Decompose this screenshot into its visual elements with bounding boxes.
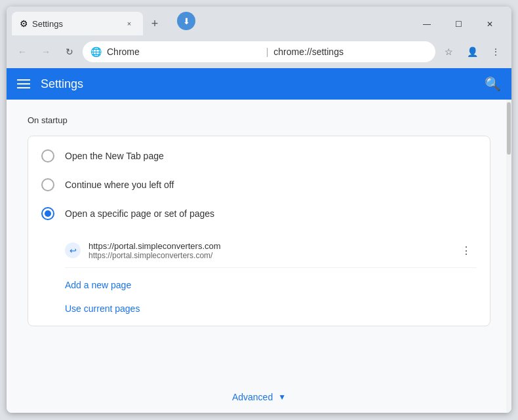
browser-window: ⚙ Settings × + ⬇ — ☐ ✕ ← → ↻ 🌐 Chrome | … <box>7 7 511 413</box>
option-new-tab-label: Open the New Tab page <box>65 151 164 161</box>
startup-options-card: Open the New Tab page Continue where you… <box>28 136 490 326</box>
add-new-page-button[interactable]: Add a new page <box>65 273 131 297</box>
new-tab-button[interactable]: + <box>146 14 164 33</box>
page-url-main: https://portal.simpleconverters.com <box>89 241 448 251</box>
brand-name: Chrome <box>107 47 261 57</box>
option-specific[interactable]: Open a specific page or set of pages <box>28 199 490 228</box>
address-bar[interactable]: 🌐 Chrome | chrome://settings <box>83 41 435 62</box>
maximize-button[interactable]: ☐ <box>443 14 473 34</box>
back-button[interactable]: ← <box>12 41 33 62</box>
startup-page-item: ↩ https://portal.simpleconverters.com ht… <box>65 233 477 268</box>
bookmark-button[interactable]: ☆ <box>438 41 459 62</box>
reload-button[interactable]: ↻ <box>59 41 80 62</box>
advanced-footer[interactable]: Advanced ▼ <box>7 381 511 413</box>
scrollbar-track[interactable] <box>506 100 511 413</box>
page-info: https://portal.simpleconverters.com http… <box>89 241 448 260</box>
site-security-icon: 🌐 <box>90 47 102 57</box>
settings-page-title: Settings <box>41 77 474 91</box>
radio-continue[interactable] <box>41 178 54 191</box>
advanced-arrow-icon: ▼ <box>278 392 286 402</box>
minimize-button[interactable]: — <box>412 14 442 34</box>
startup-pages-section: ↩ https://portal.simpleconverters.com ht… <box>28 228 490 273</box>
option-continue-label: Continue where you left off <box>65 180 174 190</box>
settings-content: On startup Open the New Tab page Continu… <box>7 100 511 413</box>
settings-search-button[interactable]: 🔍 <box>485 76 501 92</box>
advanced-label: Advanced <box>232 392 273 402</box>
menu-button[interactable]: ⋮ <box>485 41 506 62</box>
option-specific-label: Open a specific page or set of pages <box>65 208 214 219</box>
close-button[interactable]: ✕ <box>475 14 505 34</box>
title-bar: ⚙ Settings × + ⬇ — ☐ ✕ <box>7 7 511 35</box>
hamburger-menu-button[interactable] <box>17 79 30 88</box>
page-favicon: ↩ <box>65 242 81 258</box>
address-bar-row: ← → ↻ 🌐 Chrome | chrome://settings ☆ 👤 ⋮ <box>7 35 511 68</box>
address-divider: | <box>266 47 269 57</box>
profile-button[interactable]: 👤 <box>462 41 483 62</box>
settings-body: On startup Open the New Tab page Continu… <box>7 100 511 381</box>
radio-new-tab[interactable] <box>41 149 54 162</box>
window-controls: — ☐ ✕ <box>412 14 505 34</box>
tab-title: Settings <box>32 19 119 29</box>
tab-close-button[interactable]: × <box>123 18 135 29</box>
scrollbar-thumb[interactable] <box>507 102 511 155</box>
radio-specific-fill <box>45 210 51 217</box>
browser-tab[interactable]: ⚙ Settings × <box>12 12 143 35</box>
option-continue[interactable]: Continue where you left off <box>28 170 490 199</box>
use-current-pages-button[interactable]: Use current pages <box>65 297 140 320</box>
settings-tab-icon: ⚙ <box>20 18 28 29</box>
radio-specific[interactable] <box>41 207 54 220</box>
page-url-sub: https://portal.simpleconverters.com/ <box>89 251 448 260</box>
option-new-tab[interactable]: Open the New Tab page <box>28 142 490 170</box>
extension-icon[interactable]: ⬇ <box>177 12 195 30</box>
section-title: On startup <box>28 115 490 125</box>
content-area: Settings 🔍 On startup Open the New Tab p… <box>7 68 511 413</box>
url-text: chrome://settings <box>273 47 428 57</box>
page-options-button[interactable]: ⋮ <box>456 240 477 261</box>
forward-button[interactable]: → <box>35 41 56 62</box>
settings-header: Settings 🔍 <box>7 68 511 100</box>
